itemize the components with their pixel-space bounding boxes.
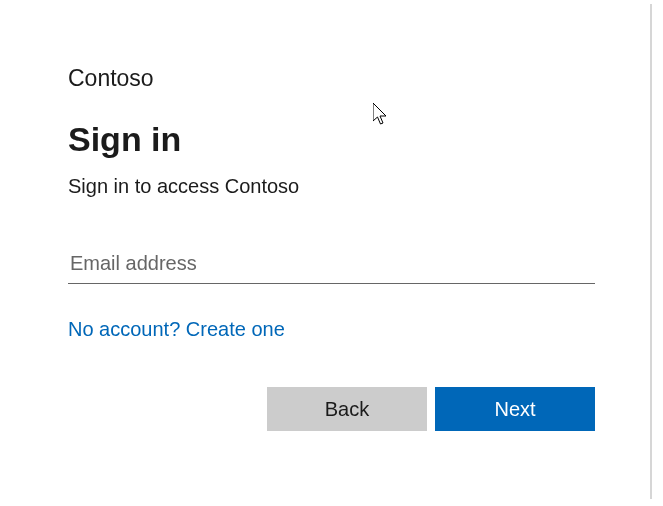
button-row: Back Next bbox=[68, 387, 595, 431]
brand-name: Contoso bbox=[68, 65, 595, 92]
back-button[interactable]: Back bbox=[267, 387, 427, 431]
scrollbar-track bbox=[650, 4, 652, 499]
page-subtitle: Sign in to access Contoso bbox=[68, 175, 595, 198]
next-button[interactable]: Next bbox=[435, 387, 595, 431]
create-account-link[interactable]: No account? Create one bbox=[68, 318, 285, 341]
page-title: Sign in bbox=[68, 120, 595, 159]
signin-panel: Contoso Sign in Sign in to access Contos… bbox=[0, 0, 663, 431]
email-input[interactable] bbox=[68, 246, 595, 284]
